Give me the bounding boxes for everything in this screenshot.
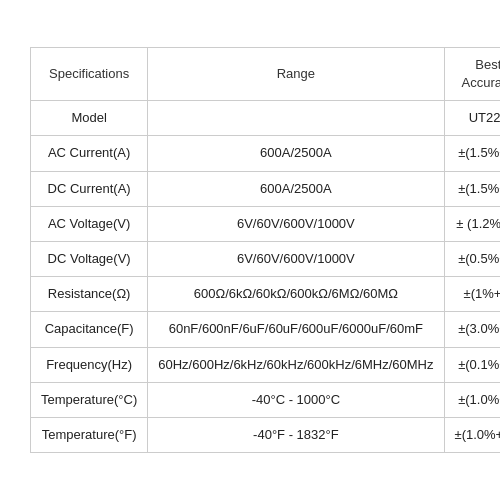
cell-range: 60nF/600nF/6uF/60uF/600uF/6000uF/60mF: [148, 312, 444, 347]
cell-range: -40°C - 1000°C: [148, 382, 444, 417]
cell-accuracy: ±(3.0%+5): [444, 312, 500, 347]
header-accuracy: Best Accuracy: [444, 47, 500, 100]
specifications-table-wrapper: Specifications Range Best Accuracy Model…: [30, 47, 470, 453]
cell-spec: Capacitance(F): [31, 312, 148, 347]
cell-spec: Frequency(Hz): [31, 347, 148, 382]
cell-range: -40°F - 1832°F: [148, 417, 444, 452]
table-row: Capacitance(F)60nF/600nF/6uF/60uF/600uF/…: [31, 312, 501, 347]
cell-spec: DC Current(A): [31, 171, 148, 206]
header-spec: Specifications: [31, 47, 148, 100]
specifications-table: Specifications Range Best Accuracy Model…: [30, 47, 500, 453]
cell-accuracy: ±(1.5%+5): [444, 171, 500, 206]
cell-spec: AC Voltage(V): [31, 206, 148, 241]
cell-spec: DC Voltage(V): [31, 242, 148, 277]
cell-range: 600A/2500A: [148, 136, 444, 171]
cell-range: 60Hz/600Hz/6kHz/60kHz/600kHz/6MHz/60MHz: [148, 347, 444, 382]
cell-spec: Resistance(Ω): [31, 277, 148, 312]
table-row: DC Current(A)600A/2500A±(1.5%+5): [31, 171, 501, 206]
header-range: Range: [148, 47, 444, 100]
cell-range: 600A/2500A: [148, 171, 444, 206]
cell-range: [148, 101, 444, 136]
table-row: Temperature(°C)-40°C - 1000°C±(1.0%+8): [31, 382, 501, 417]
table-row: AC Voltage(V)6V/60V/600V/1000V± (1.2%+5): [31, 206, 501, 241]
table-row: AC Current(A)600A/2500A±(1.5%+5): [31, 136, 501, 171]
table-row: Frequency(Hz)60Hz/600Hz/6kHz/60kHz/600kH…: [31, 347, 501, 382]
table-row: Temperature(°F)-40°F - 1832°F±(1.0%+12): [31, 417, 501, 452]
cell-range: 600Ω/6kΩ/60kΩ/600kΩ/6MΩ/60MΩ: [148, 277, 444, 312]
table-row: Resistance(Ω)600Ω/6kΩ/60kΩ/600kΩ/6MΩ/60M…: [31, 277, 501, 312]
cell-accuracy: UT222: [444, 101, 500, 136]
cell-accuracy: ±(1.0%+8): [444, 382, 500, 417]
table-row: DC Voltage(V)6V/60V/600V/1000V±(0.5%+2): [31, 242, 501, 277]
cell-accuracy: ±(1.0%+12): [444, 417, 500, 452]
cell-accuracy: ±(0.1%+3): [444, 347, 500, 382]
cell-accuracy: ±(0.5%+2): [444, 242, 500, 277]
cell-accuracy: ±(1%+2): [444, 277, 500, 312]
table-row: ModelUT222: [31, 101, 501, 136]
cell-range: 6V/60V/600V/1000V: [148, 242, 444, 277]
cell-spec: AC Current(A): [31, 136, 148, 171]
cell-range: 6V/60V/600V/1000V: [148, 206, 444, 241]
table-header-row: Specifications Range Best Accuracy: [31, 47, 501, 100]
cell-accuracy: ± (1.2%+5): [444, 206, 500, 241]
cell-spec: Temperature(°C): [31, 382, 148, 417]
cell-accuracy: ±(1.5%+5): [444, 136, 500, 171]
cell-spec: Model: [31, 101, 148, 136]
cell-spec: Temperature(°F): [31, 417, 148, 452]
